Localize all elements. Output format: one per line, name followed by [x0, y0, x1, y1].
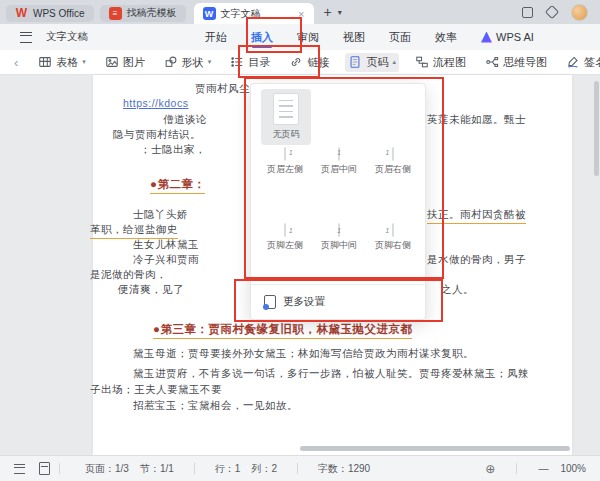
header-left-page-icon: 1 [284, 147, 286, 161]
line-indicator: 行：1 [215, 462, 241, 476]
option-header-right[interactable]: 1 页眉右侧 [367, 148, 419, 176]
chevron-down-icon: ▾ [208, 58, 212, 66]
menu-home[interactable]: 开始 [205, 25, 227, 50]
wps-logo-icon: W [15, 7, 28, 20]
menu-page[interactable]: 页面 [389, 25, 411, 50]
menu-wps-ai[interactable]: WPS AI [481, 26, 534, 48]
user-avatar[interactable] [571, 4, 588, 21]
tab-label: WPS Office [33, 8, 85, 19]
statusbar-divider [297, 463, 298, 474]
footer-left-page-icon: 1 [284, 223, 286, 237]
option-footer-left[interactable]: 1 页脚左侧 [259, 224, 311, 252]
option-label: 页脚右侧 [367, 239, 419, 252]
tab-wps-office[interactable]: W WPS Office [6, 5, 94, 22]
header-right-page-icon: 1 [392, 147, 394, 161]
tab-bar: W WPS Office ≡ 找稿壳模板 W 文字文稿 × + ▾ [0, 0, 600, 24]
toolbar-back-icon[interactable]: ‹ [10, 55, 22, 70]
menu-review[interactable]: 审阅 [297, 25, 319, 50]
header-center-page-icon: 1 [338, 147, 340, 161]
statusbar-divider [194, 463, 195, 474]
menu-efficiency[interactable]: 效率 [435, 25, 457, 50]
insert-toolbar: ‹ 表格 ▾ 图片 形状 ▾ 目录 链接 页码 ▴ [0, 50, 600, 75]
no-page-number-icon [273, 93, 299, 125]
option-label: 页眉左侧 [259, 163, 311, 176]
chapter-3-heading: ●第三章：贾雨村夤缘复旧职，林黛玉抛父进京都 [153, 322, 412, 339]
shapes-button[interactable]: 形状 ▾ [161, 53, 215, 72]
flowchart-button[interactable]: 流程图 [412, 53, 469, 72]
flowchart-icon [415, 55, 429, 69]
workspace-icon[interactable] [545, 5, 559, 19]
table-button[interactable]: 表格 ▾ [35, 53, 89, 72]
table-icon [38, 55, 52, 69]
more-settings-icon [264, 295, 276, 309]
image-button[interactable]: 图片 [102, 53, 148, 72]
image-icon [105, 55, 119, 69]
signature-label: 签名 [584, 55, 600, 70]
table-label: 表格 [56, 55, 78, 70]
window-controls [522, 4, 600, 21]
option-footer-right[interactable]: 1 页脚右侧 [367, 224, 419, 252]
signature-button[interactable]: 签名 [563, 53, 600, 72]
footer-right-page-icon: 1 [392, 223, 394, 237]
doc-text-line: 隐与贾雨村结识。 [113, 128, 201, 142]
more-settings-button[interactable]: 更多设置 [251, 285, 425, 319]
toc-icon [230, 55, 244, 69]
shape-icon [164, 55, 178, 69]
signature-pen-icon [566, 55, 580, 69]
option-no-page-number[interactable]: 无页码 [261, 89, 311, 145]
flowchart-label: 流程图 [433, 55, 466, 70]
hamburger-menu-icon[interactable] [20, 32, 32, 43]
wps-writer-window: W WPS Office ≡ 找稿壳模板 W 文字文稿 × + ▾ 文字文稿 开… [0, 0, 600, 481]
tab-list-caret-icon[interactable]: ▾ [338, 8, 342, 17]
doc-hyperlink[interactable]: https://kdocs [123, 97, 188, 109]
menu-view[interactable]: 视图 [343, 25, 365, 50]
zoom-level[interactable]: 100% [560, 463, 586, 474]
mindmap-button[interactable]: 思维导图 [482, 53, 550, 72]
page-number-label: 页码 [366, 55, 388, 70]
new-tab-button[interactable]: + [324, 5, 332, 19]
tab-text-document[interactable]: W 文字文稿 × [194, 3, 314, 24]
page-number-button[interactable]: 页码 ▴ [345, 53, 399, 72]
chapter-2-heading: ●第二章： [150, 177, 205, 194]
status-bar: 页面：1/3 节：1/1 行：1 列：2 字数：1290 ⊕ — 100% [0, 455, 600, 481]
more-settings-label: 更多设置 [283, 295, 325, 309]
link-label: 链接 [307, 55, 329, 70]
menu-items: 开始 插入 审阅 视图 页面 效率 WPS AI [205, 24, 534, 50]
doc-text-line: 黛玉进贾府，不肯多说一句话，多行一步路，怕被人耻笑。贾母疼爱林黛玉；凤辣 [133, 367, 529, 381]
option-footer-center[interactable]: 1 页脚中间 [313, 224, 365, 252]
fit-page-icon[interactable]: ⊕ [485, 463, 495, 475]
outline-view-icon[interactable] [14, 464, 25, 474]
document-stats: 页面：1/3 节：1/1 行：1 列：2 字数：1290 [85, 462, 370, 476]
toc-button[interactable]: 目录 [227, 53, 273, 72]
statusbar-divider [59, 463, 60, 474]
doc-text-line: 生女儿林黛玉 [133, 238, 199, 252]
doc-text-line: 冷子兴和贾雨 [133, 253, 199, 267]
page-number-icon [348, 55, 362, 69]
option-header-left[interactable]: 1 页眉左侧 [259, 148, 311, 176]
doc-text-line: ；士隐出家， [140, 143, 206, 157]
maximize-icon[interactable] [522, 7, 533, 18]
toc-label: 目录 [248, 55, 270, 70]
doc-text-line: 英莲未能如愿。甄士 [427, 113, 526, 127]
menu-insert[interactable]: 插入 [251, 25, 273, 50]
tab-template-store[interactable]: ≡ 找稿壳模板 [100, 5, 186, 22]
column-indicator: 列：2 [251, 462, 277, 476]
zoom-out-button[interactable]: — [538, 463, 548, 474]
doc-text-line: 是泥做的骨肉， [90, 268, 167, 282]
template-doc-icon: ≡ [109, 7, 122, 20]
option-header-center[interactable]: 1 页眉中间 [313, 148, 365, 176]
doc-text-line: 贾雨村风尘 [195, 82, 250, 96]
option-label: 无页码 [273, 128, 300, 141]
page-layout-icon[interactable] [39, 462, 50, 475]
close-tab-icon[interactable]: × [298, 8, 304, 20]
doc-text-line: 黛玉母逝；贾母要接外孙女黛玉；林如海写信给贾政为雨村谋求复职。 [133, 347, 474, 361]
doc-text-line: 僧道谈论 [163, 113, 207, 127]
chevron-up-icon: ▴ [392, 58, 396, 66]
image-label: 图片 [123, 55, 145, 70]
doc-text-line: 革职，给巡盐御史 [90, 223, 178, 239]
doc-text-line: 子出场；王夫人要黛玉不要 [90, 383, 222, 397]
horizontal-scrollbar[interactable] [300, 446, 570, 451]
doc-text-line: 是水做的骨肉，男子 [427, 253, 526, 267]
link-button[interactable]: 链接 [286, 53, 332, 72]
vertical-scrollbar[interactable] [594, 81, 599, 176]
